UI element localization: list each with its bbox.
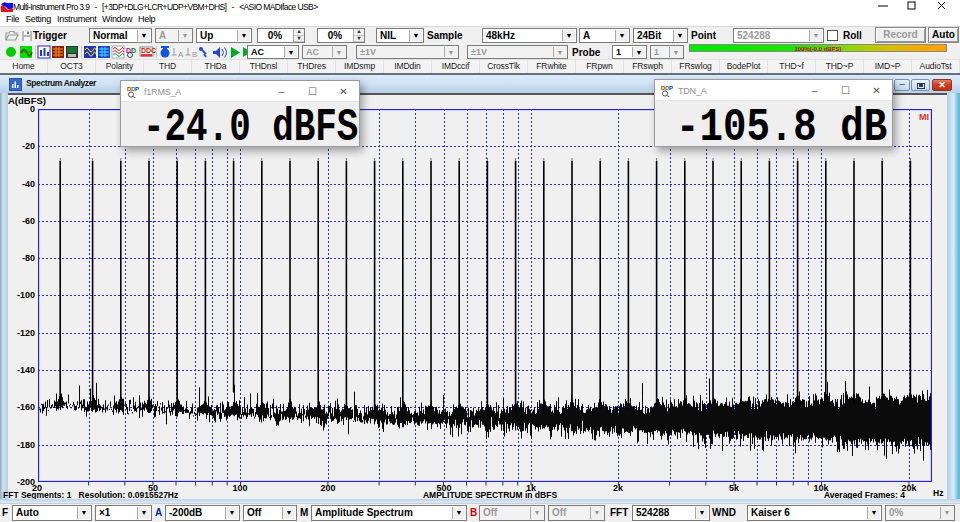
- svg-text:P: P: [135, 86, 139, 92]
- svg-text:MI: MI: [919, 112, 929, 122]
- svg-text:A: A: [178, 50, 184, 59]
- svg-text:DDC: DDC: [141, 47, 156, 54]
- svg-text:P: P: [669, 85, 673, 91]
- svg-text:B: B: [192, 50, 197, 59]
